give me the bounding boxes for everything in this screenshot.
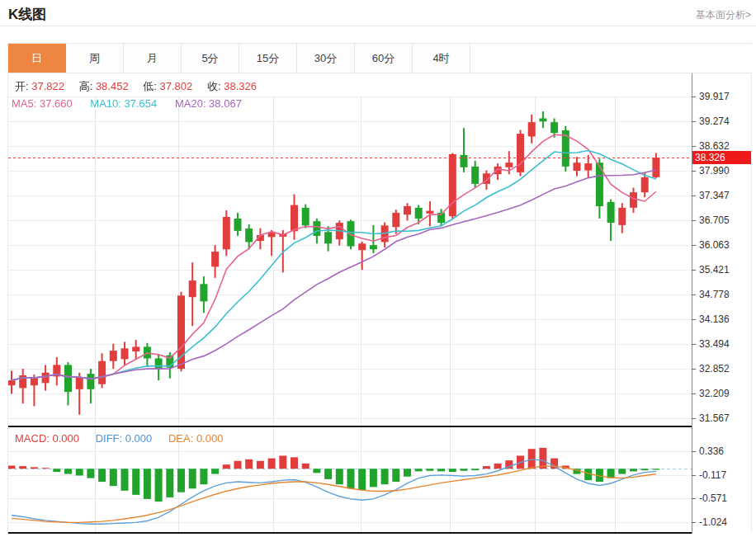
y-axis-tick-mark [692,97,696,97]
y-axis-tick-mark [692,195,696,196]
y-axis-tick-mark [692,220,696,221]
y-axis-tick-label: 39.917 [699,91,730,102]
y-axis-tick-mark [692,294,696,295]
y-axis-tick-mark [692,146,696,147]
interval-tab-bar: 日 周 月 5分 15分 30分 60分 4时 [8,43,752,73]
y-axis-tick-mark [692,498,696,499]
tab-30min[interactable]: 30分 [297,44,355,73]
open-label: 开: [15,80,29,92]
diff-value: DIFF: 0.000 [96,432,153,445]
header-divider [0,26,756,26]
ma10-value: MA10: 37.654 [90,97,157,110]
y-axis-tick-label: -0.571 [699,492,727,504]
price-axis-line [692,73,692,534]
y-axis-tick-mark [692,369,696,370]
y-axis-tick-mark [692,245,696,246]
y-axis-tick-label: 33.494 [699,338,730,350]
page-title: K线图 [8,5,46,24]
y-axis-tick-mark [692,393,696,394]
y-axis-tick-mark [692,171,696,172]
y-axis-tick-label: 36.063 [699,239,730,251]
y-axis-tick-mark [692,475,696,476]
y-axis-tick-mark [692,270,696,271]
fundamental-analysis-link[interactable]: 基本面分析> [696,8,751,22]
low-label: 低: [143,80,157,92]
macd-readout: MACD: 0.000 DIFF: 0.000 DEA: 0.000 [15,432,223,445]
last-price-tag: 38.326 [692,151,751,164]
y-axis-tick-mark [692,319,696,320]
tab-4hour[interactable]: 4时 [413,44,470,73]
y-axis-tick-label: 37.347 [699,190,730,201]
tab-15min[interactable]: 15分 [239,44,297,73]
y-axis-tick-label: 34.778 [699,289,730,300]
tab-day[interactable]: 日 [8,44,66,73]
ma20-value: MA20: 38.067 [175,97,242,110]
tab-week[interactable]: 周 [66,44,124,73]
y-axis-tick-label: 36.705 [699,214,730,226]
high-value: 38.452 [96,80,129,92]
y-axis-tick-mark [692,121,696,122]
y-axis-tick-label: 34.136 [699,313,730,325]
low-value: 37.802 [160,80,193,92]
y-axis-tick-label: 38.632 [699,140,730,152]
tab-month[interactable]: 月 [124,44,182,73]
y-axis-tick-label: 37.990 [699,165,730,177]
y-axis-tick-label: 32.209 [699,388,730,399]
y-axis-tick-label: -0.117 [699,469,726,481]
y-axis-tick-mark [692,344,696,345]
y-axis-tick-mark [692,522,696,523]
ohlc-readout: 开: 37.822 高: 38.452 低: 37.802 收: 38.326 [15,79,268,94]
y-axis-tick-label: -1.024 [699,516,727,528]
open-value: 37.822 [31,80,64,92]
ma-readout: MA5: 37.660 MA10: 37.654 MA20: 38.067 [12,97,242,110]
y-axis-tick-label: 39.274 [699,115,730,127]
tab-60min[interactable]: 60分 [355,44,413,73]
panel-right-border [751,43,752,533]
tab-5min[interactable]: 5分 [182,44,239,73]
macd-value: MACD: 0.000 [15,432,79,445]
candlestick-chart-canvas[interactable] [8,73,692,427]
dea-value: DEA: 0.000 [168,432,224,445]
close-value: 38.326 [224,80,257,92]
high-label: 高: [79,80,93,92]
y-axis-tick-label: 0.336 [699,445,724,457]
y-axis-tick-label: 32.852 [699,363,730,374]
y-axis-tick-mark [692,451,696,452]
y-axis-tick-label: 31.567 [699,412,730,424]
y-axis-tick-mark [692,418,696,419]
ma5-value: MA5: 37.660 [12,97,73,110]
y-axis-tick-label: 35.421 [699,264,730,276]
close-label: 收: [207,80,221,92]
